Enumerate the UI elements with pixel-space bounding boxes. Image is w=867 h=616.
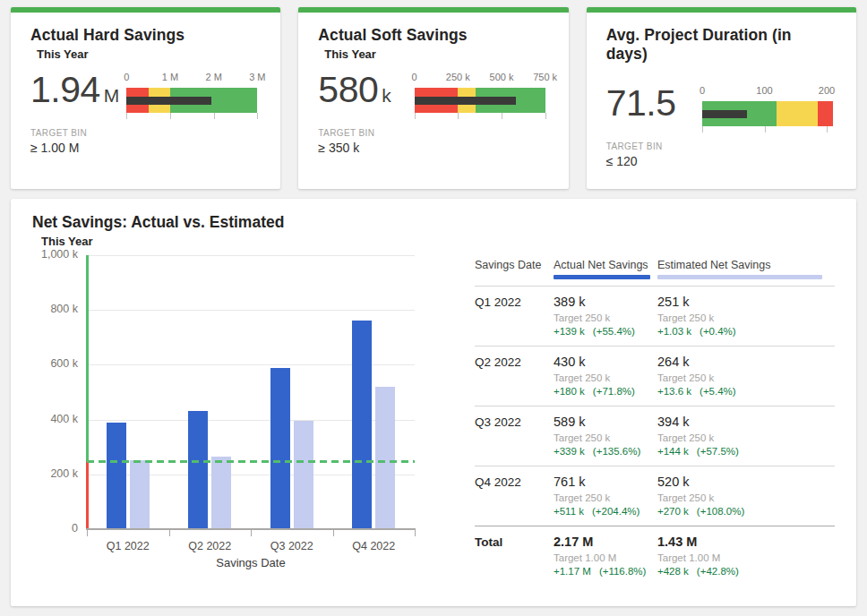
cell-change: +1.17 M(+116.8%) [554, 566, 657, 577]
cell-change: +339 k(+135.6%) [554, 446, 657, 457]
table-row[interactable]: Q1 2022 389 k Target 250 k +139 k(+55.4%… [475, 287, 835, 346]
bar-estimated[interactable] [130, 460, 150, 529]
cell-change-pct: (+135.6%) [593, 446, 640, 457]
bullet-chart[interactable]: 0250 k500 k750 k [415, 72, 545, 113]
table-row[interactable]: Q3 2022 589 k Target 250 k +339 k(+135.6… [475, 406, 835, 466]
cell-change-pct: (+204.4%) [592, 506, 640, 517]
x-axis-category-label: Q3 2022 [270, 540, 313, 552]
cell-change: +270 k(+108.0%) [657, 506, 835, 517]
y-axis-below-target [86, 461, 89, 530]
bullet-axis-tick [170, 113, 171, 119]
plot-area: 0200 k400 k600 k800 k1,000 kQ1 2022Q2 20… [87, 255, 415, 529]
target-bin-value: ≥ 350 k [318, 141, 545, 155]
target-bin-label: TARGET BIN [606, 141, 833, 151]
x-axis-tick [169, 530, 170, 536]
cell-change-pct: (+42.8%) [697, 566, 739, 577]
bar-actual[interactable] [188, 411, 208, 529]
cell-change: +144 k(+57.5%) [657, 446, 835, 457]
cell-change-pct: (+0.4%) [700, 326, 736, 337]
column-header-underline [554, 275, 650, 279]
x-axis-tick [333, 530, 334, 536]
kpi-card-1[interactable]: Actual Hard Savings This Year 1.94M 01 M… [11, 7, 280, 189]
y-axis-tick-label: 400 k [24, 413, 78, 425]
cell-value: 264 k [657, 355, 835, 369]
cell-value: 251 k [657, 295, 835, 309]
bullet-chart[interactable]: 01 M2 M3 M [126, 72, 257, 113]
kpi-card-3[interactable]: Avg. Project Duration (in days) 71.5 010… [587, 7, 856, 189]
y-axis-above-target [86, 255, 89, 461]
bar-estimated[interactable] [294, 421, 313, 529]
cell-change-pct: (+71.8%) [593, 386, 635, 397]
gridline [87, 310, 415, 311]
row-label: Q1 2022 [475, 295, 554, 337]
bar-chart[interactable]: 0200 k400 k600 k800 k1,000 kQ1 2022Q2 20… [32, 250, 451, 581]
bullet-range [818, 101, 833, 126]
cell-value: 430 k [554, 355, 657, 369]
bullet-axis-tick [257, 113, 258, 119]
cell-target: Target 250 k [657, 492, 835, 503]
bar-actual[interactable] [270, 368, 290, 529]
table-cell: 1.43 M Target 1.00 M +428 k(+42.8%) [657, 535, 835, 577]
bullet-axis: 01 M2 M3 M [126, 72, 257, 86]
bar-actual[interactable] [352, 321, 372, 529]
cell-change-pct: (+57.5%) [697, 446, 739, 457]
cell-target: Target 250 k [657, 312, 835, 323]
bullet-axis-label: 3 M [249, 72, 265, 82]
cell-value: 589 k [554, 415, 657, 429]
kpi-unit: k [382, 85, 391, 106]
bullet-axis-tick [702, 126, 703, 133]
cell-target: Target 1.00 M [657, 552, 835, 563]
cell-value: 761 k [554, 475, 657, 489]
cell-change-pct: (+116.8%) [599, 566, 647, 577]
x-axis-tick [251, 530, 252, 536]
bullet-measure-bar [126, 97, 210, 105]
bar-actual[interactable] [107, 423, 126, 529]
table-row[interactable]: Total 2.17 M Target 1.00 M +1.17 M(+116.… [475, 526, 835, 586]
table-column-header: Savings Date [475, 259, 554, 286]
table-cell: 394 k Target 250 k +144 k(+57.5%) [657, 415, 835, 457]
x-axis-title: Savings Date [87, 556, 415, 569]
row-label: Q3 2022 [475, 415, 554, 457]
cell-target: Target 250 k [657, 432, 835, 443]
card-title: Avg. Project Duration (in days) [606, 26, 833, 64]
table-row[interactable]: Q4 2022 761 k Target 250 k +511 k(+204.4… [475, 466, 835, 526]
table-cell: 589 k Target 250 k +339 k(+135.6%) [554, 415, 657, 457]
bullet-axis-label: 250 k [446, 72, 470, 82]
cell-change-pct: (+5.4%) [700, 386, 736, 397]
cell-value: 394 k [657, 415, 835, 429]
table-cell: 251 k Target 250 k +1.03 k(+0.4%) [657, 295, 835, 337]
x-axis-tick [415, 530, 416, 536]
y-axis-tick-label: 800 k [24, 303, 78, 315]
bar-estimated[interactable] [211, 457, 231, 529]
bullet-axis: 0250 k500 k750 k [415, 72, 545, 86]
bullet-bar [702, 101, 833, 126]
x-axis-line [86, 528, 416, 530]
table-cell: 389 k Target 250 k +139 k(+55.4%) [554, 295, 657, 337]
row-label: Q4 2022 [475, 475, 554, 517]
bullet-axis-tick [502, 113, 502, 119]
bullet-chart[interactable]: 0100200 [702, 85, 833, 126]
row-label: Total [475, 535, 554, 577]
cell-change: +13.6 k(+5.4%) [657, 386, 835, 397]
x-axis-category-label: Q1 2022 [107, 540, 150, 552]
card-title: Actual Hard Savings [30, 26, 257, 45]
bullet-axis-tick [415, 113, 416, 119]
bullet-axis-tick [827, 126, 828, 133]
x-axis-category-label: Q4 2022 [352, 540, 395, 552]
bullet-axis-label: 1 M [162, 72, 178, 82]
bar-estimated[interactable] [375, 387, 395, 529]
bullet-measure-bar [415, 97, 516, 105]
table-row[interactable]: Q2 2022 430 k Target 250 k +180 k(+71.8%… [475, 346, 835, 406]
y-axis-tick-label: 600 k [24, 357, 78, 370]
net-savings-panel[interactable]: Net Savings: Actual vs. Estimated This Y… [11, 199, 856, 606]
bullet-axis-label: 0 [700, 85, 705, 96]
cell-target: Target 250 k [554, 492, 657, 503]
kpi-card-2[interactable]: Actual Soft Savings This Year 580k 0250 … [298, 7, 568, 189]
cell-change: +428 k(+42.8%) [657, 566, 835, 577]
cell-target: Target 250 k [554, 432, 657, 443]
bullet-axis-label: 0 [412, 72, 417, 82]
kpi-value: 71.5 [606, 85, 676, 123]
kpi-dashboard: { "page": {"background": "#F1F1F1", "car… [0, 0, 867, 616]
card-subtitle: This Year [37, 47, 257, 61]
kpi-value: 1.94M [30, 72, 119, 109]
